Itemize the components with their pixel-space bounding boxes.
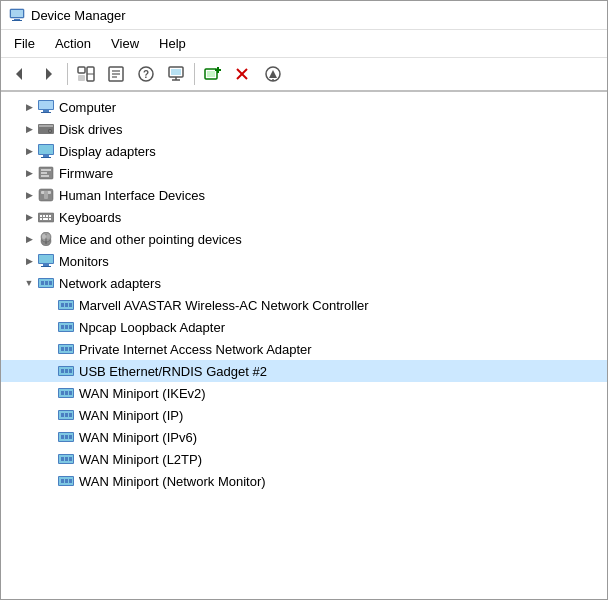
tree-label-wan-ipv6: WAN Miniport (IPv6): [79, 430, 197, 445]
tree-item-wan-ipv6[interactable]: WAN Miniport (IPv6): [1, 426, 607, 448]
svg-rect-69: [45, 281, 48, 285]
svg-rect-7: [78, 75, 85, 81]
properties-button[interactable]: [102, 61, 130, 87]
menu-action[interactable]: Action: [46, 32, 100, 55]
mouse-icon: [37, 230, 55, 248]
expand-arrow-network[interactable]: ▼: [21, 275, 37, 291]
tree-label-wan-nm: WAN Miniport (Network Monitor): [79, 474, 266, 489]
network-adapters-icon: [37, 274, 55, 292]
device-manager-window: Device Manager File Action View Help: [0, 0, 608, 600]
svg-rect-89: [65, 369, 68, 373]
menu-bar: File Action View Help: [1, 30, 607, 58]
hid-icon: [37, 186, 55, 204]
tree-view[interactable]: ▶ Computer ▶ D: [1, 92, 607, 599]
tree-label-wan-ikev2: WAN Miniport (IKEv2): [79, 386, 206, 401]
tree-item-computer[interactable]: ▶ Computer: [1, 96, 607, 118]
marvell-icon: [57, 296, 75, 314]
add-hardware-button[interactable]: [199, 61, 227, 87]
computer-icon: [37, 98, 55, 116]
toolbar-separator-2: [194, 63, 195, 85]
tree-item-firmware[interactable]: ▶ Firmware: [1, 162, 607, 184]
scan-button[interactable]: [162, 61, 190, 87]
wan-ip-icon: [57, 406, 75, 424]
title-bar-text: Device Manager: [31, 8, 126, 23]
add-hardware-icon: [204, 66, 222, 82]
svg-rect-94: [65, 391, 68, 395]
svg-rect-99: [65, 413, 68, 417]
tree-item-display[interactable]: ▶ Display adapters: [1, 140, 607, 162]
menu-view[interactable]: View: [102, 32, 148, 55]
expand-arrow-display[interactable]: ▶: [21, 143, 37, 159]
back-button[interactable]: [5, 61, 33, 87]
tree-item-network-adapters[interactable]: ▼ Network adapters: [1, 272, 607, 294]
svg-marker-27: [269, 70, 277, 78]
svg-rect-40: [41, 157, 51, 158]
help-button[interactable]: ?: [132, 61, 160, 87]
svg-rect-50: [40, 215, 42, 217]
toolbar-separator-1: [67, 63, 68, 85]
expand-arrow-monitors[interactable]: ▶: [21, 253, 37, 269]
svg-rect-31: [43, 110, 49, 112]
svg-rect-109: [65, 457, 68, 461]
svg-rect-80: [69, 325, 72, 329]
uninstall-icon: [234, 66, 252, 82]
tree-item-disk-drives[interactable]: ▶ Disk drives: [1, 118, 607, 140]
tree-label-disk: Disk drives: [59, 122, 123, 137]
npcap-icon: [57, 318, 75, 336]
uninstall-button[interactable]: [229, 61, 257, 87]
menu-help[interactable]: Help: [150, 32, 195, 55]
svg-rect-44: [41, 175, 49, 177]
svg-point-36: [49, 130, 51, 132]
tree-label-network: Network adapters: [59, 276, 161, 291]
show-hidden-button[interactable]: [72, 61, 100, 87]
tree-item-mice[interactable]: ▶ Mice and other pointing devices: [1, 228, 607, 250]
tree-item-npcap[interactable]: Npcap Loopback Adapter: [1, 316, 607, 338]
keyboard-icon: [37, 208, 55, 226]
svg-text:?: ?: [143, 69, 149, 80]
app-icon: [9, 7, 25, 23]
expand-arrow-computer[interactable]: ▶: [21, 99, 37, 115]
tree-item-marvell[interactable]: Marvell AVASTAR Wireless-AC Network Cont…: [1, 294, 607, 316]
svg-rect-85: [69, 347, 72, 351]
tree-label-computer: Computer: [59, 100, 116, 115]
tree-item-wan-network-monitor[interactable]: WAN Miniport (Network Monitor): [1, 470, 607, 492]
tree-label-pia: Private Internet Access Network Adapter: [79, 342, 312, 357]
svg-rect-54: [40, 218, 42, 220]
scan-changes-icon: [264, 65, 282, 83]
svg-rect-110: [69, 457, 72, 461]
expand-arrow-hid[interactable]: ▶: [21, 187, 37, 203]
expand-arrow-mice[interactable]: ▶: [21, 231, 37, 247]
tree-label-mice: Mice and other pointing devices: [59, 232, 242, 247]
wan-l2tp-icon: [57, 450, 75, 468]
svg-rect-32: [41, 112, 51, 113]
tree-item-wan-ikev2[interactable]: WAN Miniport (IKEv2): [1, 382, 607, 404]
svg-marker-4: [16, 68, 22, 80]
svg-rect-104: [65, 435, 68, 439]
tree-item-monitors[interactable]: ▶ Monitors: [1, 250, 607, 272]
tree-item-pia[interactable]: Private Internet Access Network Adapter: [1, 338, 607, 360]
expand-arrow-disk[interactable]: ▶: [21, 121, 37, 137]
svg-rect-105: [69, 435, 72, 439]
toolbar: ?: [1, 58, 607, 92]
scan-changes-button[interactable]: [259, 61, 287, 87]
svg-rect-51: [43, 215, 45, 217]
svg-rect-75: [69, 303, 72, 307]
svg-rect-34: [39, 125, 53, 127]
svg-rect-52: [46, 215, 48, 217]
tree-item-hid[interactable]: ▶ Human Interface Devices: [1, 184, 607, 206]
expand-arrow-firmware[interactable]: ▶: [21, 165, 37, 181]
properties-icon: [107, 66, 125, 82]
forward-button[interactable]: [35, 61, 63, 87]
svg-rect-115: [69, 479, 72, 483]
tree-item-wan-l2tp[interactable]: WAN Miniport (L2TP): [1, 448, 607, 470]
menu-file[interactable]: File: [5, 32, 44, 55]
tree-label-wan-ip: WAN Miniport (IP): [79, 408, 183, 423]
svg-rect-84: [65, 347, 68, 351]
svg-rect-108: [61, 457, 64, 461]
tree-item-keyboards[interactable]: ▶ Keyboards: [1, 206, 607, 228]
expand-arrow-keyboards[interactable]: ▶: [21, 209, 37, 225]
tree-item-usb-ethernet[interactable]: USB Ethernet/RNDIS Gadget #2: [1, 360, 607, 382]
svg-rect-21: [207, 71, 215, 77]
svg-rect-1: [11, 10, 23, 17]
tree-item-wan-ip[interactable]: WAN Miniport (IP): [1, 404, 607, 426]
